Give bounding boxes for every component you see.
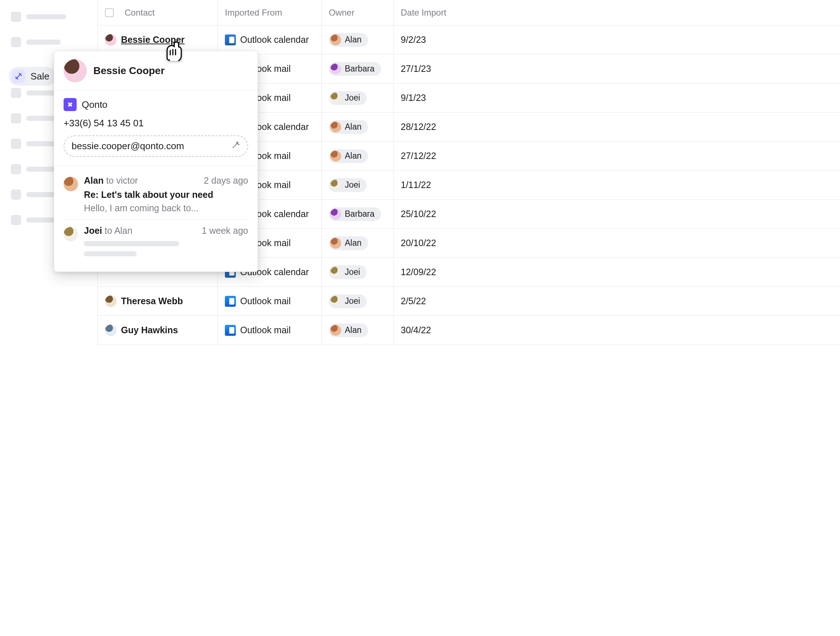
avatar xyxy=(63,59,87,82)
message-time: 2 days ago xyxy=(204,175,248,186)
cell-owner: Joei xyxy=(322,171,393,199)
svg-point-0 xyxy=(238,144,239,145)
outlook-mail-icon xyxy=(225,296,236,307)
avatar xyxy=(330,209,341,220)
avatar xyxy=(63,227,78,241)
owner-pill[interactable]: Joei xyxy=(329,178,366,192)
popover-phone[interactable]: +33(6) 54 13 45 01 xyxy=(63,118,248,129)
cell-imported: Outlook mail xyxy=(218,287,322,315)
table-row[interactable]: Bessie CooperOutlook calendarAlan9/2/23 xyxy=(98,25,458,54)
avatar xyxy=(330,63,341,74)
sidebar-item[interactable] xyxy=(11,36,84,48)
cell-owner: Joei xyxy=(322,258,393,287)
cell-contact[interactable]: Guy Hawkins xyxy=(98,316,218,345)
cell-date: 9/2/23 xyxy=(393,25,458,54)
cell-imported: Outlook calendar xyxy=(218,25,322,54)
cell-date: 25/10/22 xyxy=(393,200,458,228)
outlook-calendar-icon xyxy=(225,35,236,46)
magic-wand-icon xyxy=(12,69,25,83)
table-row[interactable]: Theresa WebbOutlook mailJoei2/5/22 xyxy=(98,287,458,316)
sidebar-item[interactable] xyxy=(11,11,84,22)
table-row[interactable]: Guy HawkinsOutlook mailAlan30/4/22 xyxy=(98,316,458,345)
cell-date: 27/1/23 xyxy=(393,54,458,83)
owner-pill[interactable]: Barbara xyxy=(329,62,381,76)
owner-pill[interactable]: Joei xyxy=(329,294,366,308)
cell-contact[interactable]: Theresa Webb xyxy=(98,287,218,315)
col-imported[interactable]: Imported From xyxy=(218,0,322,25)
contact-name[interactable]: Guy Hawkins xyxy=(121,325,178,335)
sidebar-item-label: Sale xyxy=(30,71,49,82)
avatar xyxy=(330,238,341,249)
popover-company[interactable]: Qonto xyxy=(63,98,248,111)
message-subject: Re: Let's talk about your need xyxy=(84,189,248,200)
popover-email[interactable]: bessie.cooper@qonto.com xyxy=(63,135,248,157)
owner-pill[interactable]: Joei xyxy=(329,265,366,279)
col-contact[interactable]: Contact xyxy=(98,0,218,25)
owner-pill[interactable]: Alan xyxy=(329,149,368,163)
table-header-row: Contact Imported From Owner Date Import xyxy=(98,0,458,25)
contact-popover: Bessie Cooper Qonto +33(6) 54 13 45 01 b… xyxy=(54,51,258,272)
cell-owner: Alan xyxy=(322,113,393,141)
owner-pill[interactable]: Alan xyxy=(329,33,368,47)
cell-imported: Outlook mail xyxy=(218,316,322,345)
cell-date: 30/4/22 xyxy=(393,316,458,345)
popover-header: Bessie Cooper xyxy=(54,51,257,91)
avatar xyxy=(105,324,117,336)
qonto-logo-icon xyxy=(63,98,77,111)
avatar xyxy=(330,35,341,46)
cell-owner: Joei xyxy=(322,287,393,315)
owner-pill[interactable]: Alan xyxy=(329,120,368,134)
owner-pill[interactable]: Barbara xyxy=(329,207,381,221)
cell-owner: Joei xyxy=(322,83,393,112)
avatar xyxy=(63,177,78,191)
thread-message[interactable]: Joei to Alan1 week ago xyxy=(63,220,248,262)
cell-owner: Alan xyxy=(322,25,393,54)
message-time: 1 week ago xyxy=(202,225,248,236)
magic-wand-icon[interactable] xyxy=(231,140,240,152)
avatar xyxy=(330,121,341,132)
avatar xyxy=(105,34,117,46)
cell-owner: Alan xyxy=(322,316,393,345)
owner-pill[interactable]: Alan xyxy=(329,323,368,337)
cell-owner: Alan xyxy=(322,142,393,170)
cell-date: 12/09/22 xyxy=(393,258,458,287)
col-owner[interactable]: Owner xyxy=(322,0,393,25)
avatar xyxy=(330,267,341,278)
contact-name[interactable]: Bessie Cooper xyxy=(121,35,185,45)
owner-pill[interactable]: Joei xyxy=(329,91,366,105)
cell-date: 28/12/22 xyxy=(393,113,458,141)
popover-thread: Alan to victor2 days agoRe: Let's talk a… xyxy=(54,166,257,272)
cell-date: 20/10/22 xyxy=(393,229,458,257)
col-date[interactable]: Date Import xyxy=(393,0,458,25)
cell-date: 2/5/22 xyxy=(393,287,458,315)
cell-date: 27/12/22 xyxy=(393,142,458,170)
sidebar-item-sale[interactable]: Sale xyxy=(9,67,56,86)
avatar xyxy=(330,93,341,104)
select-all-checkbox[interactable] xyxy=(105,8,114,17)
avatar xyxy=(330,180,341,190)
popover-contact-name: Bessie Cooper xyxy=(93,65,164,77)
cell-date: 9/1/23 xyxy=(393,83,458,112)
cell-owner: Barbara xyxy=(322,54,393,83)
cell-contact[interactable]: Bessie Cooper xyxy=(98,25,218,54)
message-snippet: Hello, I am coming back to... xyxy=(84,203,248,213)
avatar xyxy=(330,151,341,162)
thread-message[interactable]: Alan to victor2 days agoRe: Let's talk a… xyxy=(63,170,248,220)
contact-name[interactable]: Theresa Webb xyxy=(121,296,183,306)
cell-date: 1/11/22 xyxy=(393,171,458,199)
avatar xyxy=(330,325,341,336)
outlook-mail-icon xyxy=(225,325,236,336)
owner-pill[interactable]: Alan xyxy=(329,236,368,250)
cell-owner: Alan xyxy=(322,229,393,257)
avatar xyxy=(105,296,117,307)
cell-owner: Barbara xyxy=(322,200,393,228)
avatar xyxy=(330,296,341,307)
